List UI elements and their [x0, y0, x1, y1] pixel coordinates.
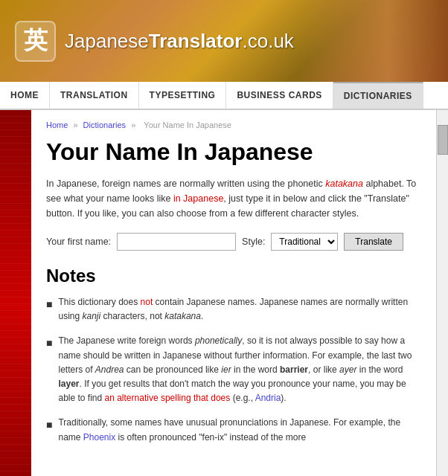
note-barrier: barrier [280, 364, 308, 375]
logo-suffix: .co.uk [242, 30, 293, 52]
note-text-3: Traditionally, some names have unusual p… [58, 416, 421, 444]
nav-translation[interactable]: TRANSLATION [50, 82, 139, 109]
list-item: ■ This dictionary does not contain Japan… [46, 295, 421, 324]
intro-link-japanese: in Japanese [173, 193, 223, 204]
bullet-icon: ■ [46, 335, 52, 405]
note-phoenix-link[interactable]: Phoenix [83, 432, 115, 443]
note-text-2: The Japanese write foreign words phoneti… [58, 334, 421, 405]
logo-japanese: Japanese [65, 30, 149, 52]
logo-kanji: 英 [24, 25, 48, 57]
style-label: Style: [242, 237, 265, 247]
scroll-thumb[interactable] [438, 125, 448, 155]
note-ier: ier [221, 364, 231, 375]
notes-list: ■ This dictionary does not contain Japan… [46, 295, 421, 445]
intro-katakana: katakana [325, 178, 363, 189]
logo-text: JapaneseTranslator.co.uk [65, 30, 294, 53]
translate-form: Your first name: Style: Traditional Mode… [46, 233, 421, 251]
note-layer: layer [58, 379, 79, 389]
nav-dictionaries[interactable]: DICTIONARIES [333, 82, 423, 109]
header: 英 JapaneseTranslator.co.uk [0, 0, 448, 82]
logo-box: 英 [15, 21, 56, 62]
breadcrumb-home[interactable]: Home [46, 120, 68, 129]
first-name-input[interactable] [117, 233, 236, 251]
header-statue-decoration [299, 0, 448, 82]
breadcrumb-dictionaries[interactable]: Dictionaries [83, 120, 126, 129]
intro-text: In Japanese, foreign names are normally … [46, 176, 421, 221]
main-content: Home » Dictionaries » Your Name In Japan… [31, 110, 436, 476]
note-phonetically: phonetically [195, 335, 242, 346]
breadcrumb: Home » Dictionaries » Your Name In Japan… [46, 118, 421, 132]
logo-translator: Translator [149, 30, 243, 52]
translate-button[interactable]: Translate [344, 233, 403, 251]
left-sidebar [0, 110, 31, 476]
note-katakana: katakana [164, 311, 201, 321]
nav-home[interactable]: HOME [0, 82, 50, 109]
nav-business-cards[interactable]: BUSINESS CARDS [226, 82, 333, 109]
first-name-label: Your first name: [46, 237, 111, 247]
note-andria-link[interactable]: Andria [255, 393, 281, 403]
style-select[interactable]: Traditional Modern Simplified [271, 233, 338, 251]
intro-part1: In Japanese, foreign names are normally … [46, 178, 325, 189]
bullet-icon: ■ [46, 416, 52, 444]
bullet-icon: ■ [46, 296, 52, 324]
breadcrumb-sep2: » [131, 120, 135, 129]
note-ayer: ayer [339, 364, 356, 375]
nav-typesetting[interactable]: TYPESETTING [139, 82, 227, 109]
note-red-not: not [141, 297, 153, 307]
note-andrea: Andrea [95, 364, 124, 375]
page-title: Your Name In Japanese [46, 138, 421, 166]
page-wrapper: Home » Dictionaries » Your Name In Japan… [0, 110, 448, 476]
breadcrumb-current: Your Name In Japanese [144, 120, 231, 129]
scrollbar[interactable] [436, 110, 448, 476]
note-alternative: an alternative spelling that does [105, 393, 231, 403]
main-nav: HOME TRANSLATION TYPESETTING BUSINESS CA… [0, 82, 448, 110]
list-item: ■ Traditionally, some names have unusual… [46, 416, 421, 444]
left-sidebar-pattern [0, 110, 31, 476]
notes-title: Notes [46, 266, 421, 286]
note-kanji: kanji [83, 311, 101, 321]
note-text-1: This dictionary does not contain Japanes… [58, 295, 421, 324]
breadcrumb-sep1: » [73, 120, 77, 129]
list-item: ■ The Japanese write foreign words phone… [46, 334, 421, 405]
